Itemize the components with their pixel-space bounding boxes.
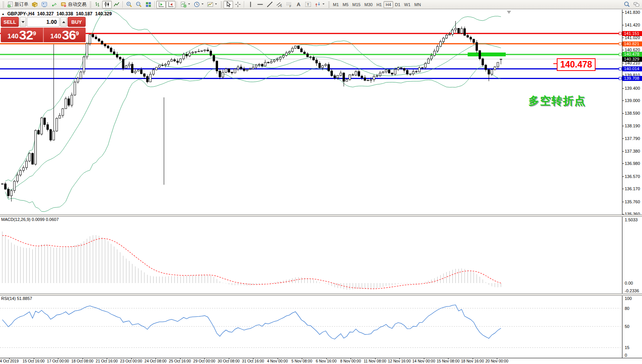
volume-input[interactable]: [27, 17, 60, 27]
bar-chart-button[interactable]: [93, 1, 102, 8]
macd-axis-label: -0.2336: [625, 288, 639, 293]
shapes-button[interactable]: [313, 1, 326, 8]
signals-button[interactable]: [49, 1, 59, 8]
price-tick-mark: [622, 50, 624, 50]
text-button[interactable]: A: [294, 1, 303, 8]
candlestick-chart-button[interactable]: [102, 1, 112, 8]
timeframe-D1[interactable]: D1: [393, 1, 402, 8]
chart-shift-button[interactable]: [166, 1, 175, 8]
triangle-up-icon: [62, 21, 65, 23]
periods-button[interactable]: [192, 1, 205, 8]
price-tick-label: 135.760: [625, 199, 640, 204]
main-chart-canvas[interactable]: [0, 10, 622, 216]
toolbar-grip[interactable]: [220, 2, 222, 8]
macd-pane-canvas[interactable]: [0, 216, 622, 295]
toolbar-separator: [154, 1, 155, 8]
time-tick-label: 4 Oct 2019: [0, 359, 18, 363]
price-tick-label: 138.190: [625, 124, 640, 128]
svg-text:E: E: [280, 5, 282, 7]
ask-price-button[interactable]: 140 36 9: [44, 28, 86, 42]
chart-region[interactable]: 141.830141.420141.020140.620140.210139.8…: [0, 10, 642, 364]
zoom-in-button[interactable]: [124, 1, 134, 8]
trendline-button[interactable]: [265, 1, 275, 8]
sell-button[interactable]: SELL: [1, 17, 19, 27]
text-icon: A: [295, 1, 302, 8]
rsi-pane-canvas[interactable]: [0, 295, 622, 359]
price-tick-mark: [622, 12, 624, 13]
timeframe-M30[interactable]: M30: [362, 1, 374, 8]
timeframe-M15[interactable]: M15: [351, 1, 362, 8]
ask-big-digits: 36: [62, 28, 76, 41]
price-marker-140.329: 140.329: [622, 57, 642, 62]
time-tick-label: 4 Nov 00:00: [267, 359, 288, 363]
auto-scroll-button[interactable]: [156, 1, 166, 8]
ask-pip-digit: 9: [76, 30, 79, 36]
ohlc-low: 140.187: [76, 11, 92, 16]
templates-button[interactable]: [205, 1, 219, 8]
one-click-trading-panel: SELL BUY 140 32 9 140 36 9: [1, 17, 86, 42]
templates-icon: [207, 1, 213, 8]
price-tick-mark: [622, 126, 624, 126]
volume-decrease-button[interactable]: [20, 17, 26, 27]
bid-pip-digit: 9: [33, 30, 36, 36]
rsi-axis-label: 0: [625, 353, 627, 357]
price-marker-140.821: 140.821: [622, 41, 642, 46]
chevron-down-icon: [201, 1, 204, 8]
new-chart-button[interactable]: [179, 1, 192, 8]
turning-point-annotation[interactable]: 多空转折点: [528, 94, 586, 108]
time-axis[interactable]: 4 Oct 201915 Oct 16:0017 Oct 00:0018 Oct…: [0, 358, 642, 364]
macd-axis-label: 0.00: [625, 281, 633, 285]
price-callout-box[interactable]: 140.478: [557, 58, 596, 71]
bid-big-digits: 32: [19, 28, 33, 41]
price-axis[interactable]: 141.830141.420141.020140.620140.210139.8…: [622, 10, 642, 215]
time-tick-label: 17 Oct 00:00: [47, 359, 69, 363]
cursor-button[interactable]: [223, 1, 233, 8]
zoom-out-button[interactable]: [134, 1, 144, 8]
terminal-button[interactable]: [40, 1, 49, 8]
rsi-axis-label: 80: [625, 306, 629, 311]
time-tick-label: 20 Nov 00:00: [485, 359, 508, 363]
horizontal-line-icon: [257, 1, 263, 8]
toolbar-grip[interactable]: [2, 2, 4, 8]
timeframe-M5[interactable]: M5: [341, 1, 350, 8]
channel-button[interactable]: E: [275, 1, 284, 8]
buy-button[interactable]: BUY: [68, 17, 86, 27]
toolbar-grip[interactable]: [89, 2, 91, 8]
horizontal-line-button[interactable]: [255, 1, 265, 8]
callout-connector: [553, 63, 557, 64]
time-tick-label: 21 Oct 16:00: [96, 359, 117, 363]
price-tick-mark: [622, 113, 624, 114]
pane-separator-rsi[interactable]: [0, 293, 642, 296]
timeframe-MN[interactable]: MN: [412, 1, 423, 8]
search-button[interactable]: [622, 1, 632, 8]
time-tick-label: 14 Nov 00:00: [412, 359, 435, 363]
rsi-axis-label: 15: [625, 345, 629, 350]
pane-separator-macd[interactable]: [0, 214, 642, 217]
timeframe-H1[interactable]: H1: [374, 1, 384, 8]
cursor-icon: [225, 1, 232, 8]
time-tick-label: 31 Oct 16:00: [242, 359, 264, 363]
volume-increase-button[interactable]: [60, 17, 67, 27]
chat-button[interactable]: [632, 1, 641, 8]
timeframe-H4[interactable]: H4: [384, 1, 393, 8]
autotrade-button[interactable]: 自动交易: [59, 1, 88, 8]
price-tick-label: 141.420: [625, 23, 640, 27]
line-chart-button[interactable]: [112, 1, 121, 8]
price-tick-label: 138.590: [625, 111, 640, 115]
timeframe-W1[interactable]: W1: [402, 1, 413, 8]
new-order-button[interactable]: 新订单: [5, 1, 30, 8]
vertical-line-button[interactable]: [246, 1, 255, 8]
fibonacci-button[interactable]: F: [284, 1, 294, 8]
macd-label: MACD(12,26,9) 0.0099 0.0607: [1, 217, 59, 222]
chevron-down-icon: [188, 1, 190, 8]
label-button[interactable]: T: [303, 1, 313, 8]
label-icon: T: [305, 1, 311, 8]
crosshair-button[interactable]: [233, 1, 243, 8]
toolbar-grip[interactable]: [328, 2, 330, 8]
toolbar-separator: [122, 1, 123, 8]
bid-price-button[interactable]: 140 32 9: [1, 28, 44, 42]
tile-windows-button[interactable]: [144, 1, 153, 8]
metaeditor-button[interactable]: [30, 1, 40, 8]
timeframe-M1[interactable]: M1: [331, 1, 341, 8]
panel-collapse-icon[interactable]: ▲: [2, 12, 5, 16]
